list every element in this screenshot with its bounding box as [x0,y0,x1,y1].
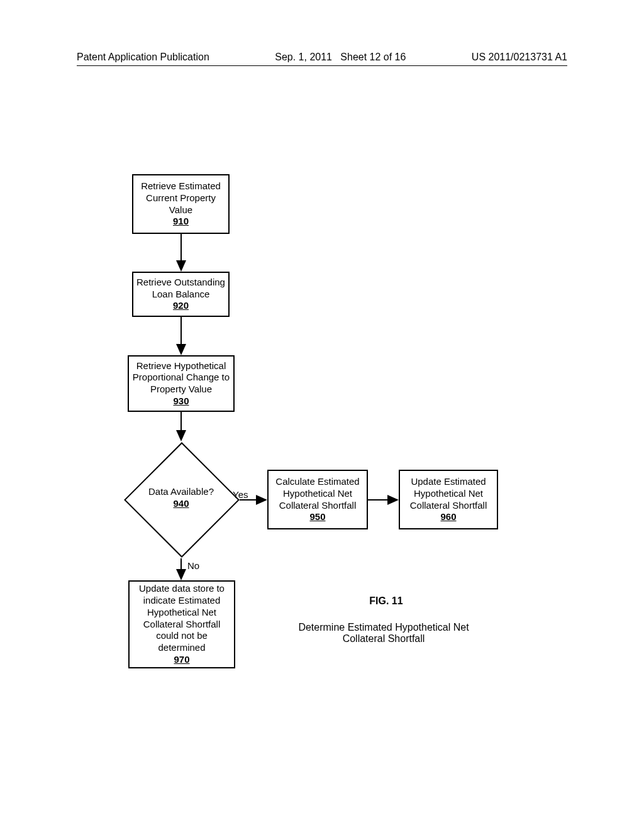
figure-number: FIG. 11 [348,595,424,607]
step-920-ref: 920 [173,300,189,312]
step-930: Retrieve Hypothetical Proportional Chang… [128,355,235,412]
decision-940-label: Data Available? 940 [131,486,231,510]
figure-caption: Determine Estimated Hypothetical Net Col… [283,622,484,645]
step-930-text: Retrieve Hypothetical Proportional Chang… [131,360,231,396]
step-970-ref: 970 [174,654,189,666]
step-910-ref: 910 [173,216,189,228]
step-960-ref: 960 [440,511,456,523]
edge-yes-label: Yes [233,489,248,500]
flow-arrows [0,0,644,830]
step-960: Update Estimated Hypothetical Net Collat… [399,470,498,529]
header-rule [77,65,567,66]
step-910: Retrieve Estimated Current Property Valu… [132,174,230,234]
header-center: Sep. 1, 2011 Sheet 12 of 16 [275,52,406,63]
step-950-ref: 950 [309,511,325,523]
header-left: Patent Application Publication [77,52,209,63]
decision-940-text: Data Available? [131,486,231,498]
step-960-text: Update Estimated Hypothetical Net Collat… [402,476,494,511]
page-header: Patent Application Publication Sep. 1, 2… [0,52,644,63]
header-pubno: US 2011/0213731 A1 [472,52,567,63]
step-930-ref: 930 [173,396,189,407]
step-970-text: Update data store to indicate Estimated … [132,583,231,654]
decision-940-ref: 940 [131,498,231,510]
step-950: Calculate Estimated Hypothetical Net Col… [267,470,368,529]
step-920-text: Retrieve Outstanding Loan Balance [136,277,226,301]
step-970: Update data store to indicate Estimated … [128,580,235,668]
step-920: Retrieve Outstanding Loan Balance 920 [132,272,230,317]
step-950-text: Calculate Estimated Hypothetical Net Col… [271,476,364,511]
edge-no-label: No [187,560,199,571]
step-910-text: Retrieve Estimated Current Property Valu… [136,180,226,216]
